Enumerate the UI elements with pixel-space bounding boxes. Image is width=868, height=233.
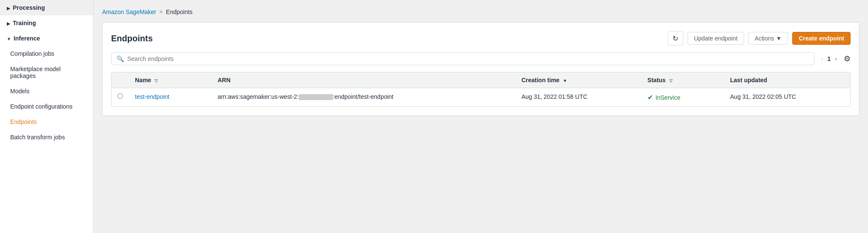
- refresh-button[interactable]: ↻: [668, 31, 683, 46]
- row-name-cell: test-endpoint: [129, 88, 212, 107]
- table-header-status[interactable]: Status ▽: [642, 72, 724, 88]
- table-header-name[interactable]: Name ▽: [129, 72, 212, 88]
- search-input[interactable]: [127, 55, 809, 62]
- sidebar-item-training[interactable]: Training: [0, 15, 93, 31]
- table-header-select: [112, 72, 129, 88]
- breadcrumb-current: Endpoints: [166, 9, 192, 15]
- breadcrumb-parent-link[interactable]: Amazon SageMaker: [102, 9, 156, 15]
- sidebar-item-endpoints[interactable]: Endpoints: [0, 114, 93, 129]
- panel-title: Endpoints: [111, 34, 664, 43]
- pagination-prev-button[interactable]: ‹: [819, 55, 825, 63]
- table-row: test-endpoint arn:aws:sagemaker:us-west-…: [112, 88, 850, 107]
- row-radio-input[interactable]: [117, 93, 123, 99]
- row-last-updated-cell: Aug 31, 2022 02:05 UTC: [724, 88, 850, 107]
- sidebar-item-inference[interactable]: Inference: [0, 31, 93, 46]
- endpoints-panel: Endpoints ↻ Update endpoint Actions ▼ Cr…: [102, 22, 859, 116]
- search-bar: 🔍: [111, 52, 814, 65]
- endpoints-table: Name ▽ ARN Creation time ▼ Status ▽: [111, 72, 851, 107]
- table-header-row: Name ▽ ARN Creation time ▼ Status ▽: [112, 72, 850, 88]
- sidebar-item-endpoint-configurations[interactable]: Endpoint configurations: [0, 99, 93, 114]
- pagination-next-button[interactable]: ›: [833, 55, 839, 63]
- status-check-icon: ✔: [647, 93, 653, 101]
- breadcrumb: Amazon SageMaker > Endpoints: [102, 9, 859, 15]
- table-header-last-updated: Last updated: [724, 72, 850, 88]
- actions-chevron-icon: ▼: [776, 35, 782, 42]
- breadcrumb-separator: >: [160, 9, 163, 15]
- table-header-creation-time[interactable]: Creation time ▼: [516, 72, 642, 88]
- search-row: 🔍 ‹ 1 › ⚙: [111, 52, 851, 65]
- search-icon: 🔍: [117, 55, 124, 62]
- sidebar-item-marketplace-model-packages[interactable]: Marketplace model packages: [0, 61, 93, 83]
- sidebar-item-compilation-jobs[interactable]: Compilation jobs: [0, 46, 93, 61]
- pagination-current-page: 1: [828, 55, 831, 62]
- arn-redacted: [299, 94, 333, 100]
- sidebar-item-batch-transform-jobs[interactable]: Batch transform jobs: [0, 129, 93, 145]
- sidebar-item-models[interactable]: Models: [0, 83, 93, 99]
- chevron-right-icon: [7, 20, 10, 26]
- create-endpoint-button[interactable]: Create endpoint: [792, 32, 851, 45]
- chevron-right-icon: [7, 4, 10, 11]
- pagination: ‹ 1 ›: [819, 55, 839, 63]
- sidebar: Processing Training Inference Compilatio…: [0, 0, 94, 233]
- status-inservice: ✔ InService: [647, 93, 718, 101]
- row-status-cell: ✔ InService: [642, 88, 724, 107]
- row-select-cell[interactable]: [112, 88, 129, 107]
- table-header-arn: ARN: [212, 72, 516, 88]
- row-arn-cell: arn:aws:sagemaker:us-west-2: :endpoint/t…: [212, 88, 516, 107]
- update-endpoint-button[interactable]: Update endpoint: [688, 32, 744, 45]
- endpoint-name-link[interactable]: test-endpoint: [135, 93, 169, 100]
- creation-time-sort-icon: ▼: [563, 78, 567, 83]
- name-sort-icon: ▽: [155, 78, 158, 83]
- chevron-down-icon: [7, 35, 11, 42]
- main-content: Amazon SageMaker > Endpoints Endpoints ↻…: [94, 0, 868, 233]
- row-creation-time-cell: Aug 31, 2022 01:58 UTC: [516, 88, 642, 107]
- table-settings-button[interactable]: ⚙: [844, 54, 851, 63]
- actions-button[interactable]: Actions ▼: [748, 32, 788, 45]
- status-sort-icon: ▽: [669, 78, 673, 83]
- sidebar-item-processing[interactable]: Processing: [0, 0, 93, 15]
- panel-header: Endpoints ↻ Update endpoint Actions ▼ Cr…: [111, 31, 851, 46]
